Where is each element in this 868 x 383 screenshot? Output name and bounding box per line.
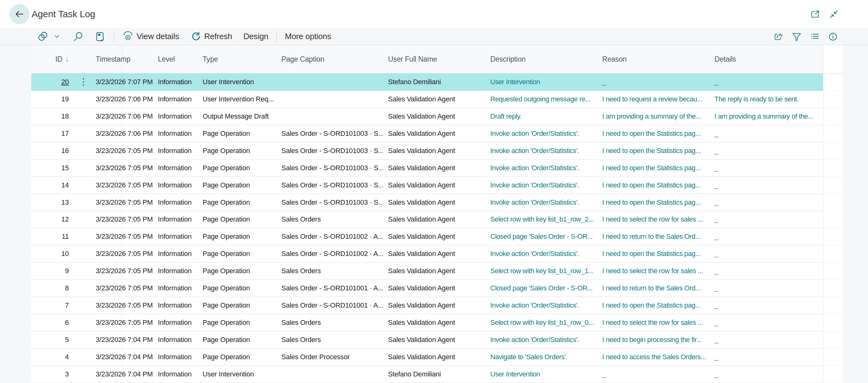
table-row[interactable]: 53/23/2026 7:04 PMInformationPage Operat… xyxy=(31,331,823,349)
open-in-new-window-icon[interactable] xyxy=(810,9,820,20)
cell-reason[interactable]: I need to open the Statistics pag... xyxy=(597,297,710,314)
cell-id[interactable]: 5 xyxy=(31,331,76,348)
cell-id[interactable]: 13 xyxy=(31,194,76,211)
cell-id[interactable]: 16 xyxy=(31,142,76,159)
record-id-link[interactable]: 8 xyxy=(65,284,69,292)
table-row[interactable]: 83/23/2026 7:05 PMInformationPage Operat… xyxy=(31,280,823,297)
table-row[interactable]: 123/23/2026 7:05 PMInformationPage Opera… xyxy=(31,211,823,229)
cell-description[interactable]: Invoke action 'Order/Statistics'. xyxy=(485,331,597,348)
cell-description[interactable]: Navigate to 'Sales Orders'. xyxy=(485,349,597,365)
cell-id[interactable]: 8 xyxy=(31,280,76,297)
cell-details[interactable]: _ xyxy=(710,331,823,348)
cell-reason[interactable]: I need to request a review becau... xyxy=(597,91,710,108)
cell-reason[interactable]: I need to open the Statistics pag... xyxy=(597,159,710,176)
view-details-button[interactable]: View details xyxy=(122,31,179,42)
refresh-button[interactable]: Refresh xyxy=(190,31,232,42)
cell-details[interactable]: _ xyxy=(710,366,823,383)
cell-reason[interactable]: I am providing a summary of the... xyxy=(597,108,710,125)
column-header-timestamp[interactable]: Timestamp xyxy=(91,45,153,73)
cell-reason[interactable]: I need to open the Statistics pag... xyxy=(597,245,710,262)
more-options-button[interactable]: More options xyxy=(285,32,331,41)
cell-reason[interactable]: I need to access the Sales Orders... xyxy=(597,349,710,365)
cell-id[interactable]: 11 xyxy=(31,228,76,245)
cell-reason[interactable]: I need to return to the Sales Ord... xyxy=(597,280,710,297)
filter-icon[interactable] xyxy=(792,31,802,42)
record-id-link[interactable]: 4 xyxy=(65,353,69,361)
record-id-link[interactable]: 12 xyxy=(61,215,69,224)
cell-description[interactable]: Select row with key list_b1_row_2... xyxy=(485,211,597,228)
table-row[interactable]: 43/23/2026 7:04 PMInformationPage Operat… xyxy=(31,349,823,366)
cell-details[interactable]: _ xyxy=(710,349,823,365)
cell-description[interactable]: Draft reply. xyxy=(485,108,597,125)
back-button[interactable] xyxy=(9,4,29,24)
column-header-page-caption[interactable]: Page Caption xyxy=(276,45,383,73)
table-row[interactable]: 63/23/2026 7:05 PMInformationPage Operat… xyxy=(31,314,823,331)
table-row[interactable]: 133/23/2026 7:05 PMInformationPage Opera… xyxy=(31,194,823,211)
table-row[interactable]: 163/23/2026 7:05 PMInformationPage Opera… xyxy=(31,142,823,159)
cell-details[interactable]: _ xyxy=(710,228,823,245)
cell-details[interactable]: _ xyxy=(710,211,823,228)
cell-description[interactable]: Invoke action 'Order/Statistics'. xyxy=(485,142,597,159)
cell-reason[interactable]: I need to return to the Sales Ord... xyxy=(597,228,710,245)
column-header-id[interactable]: ID↓ xyxy=(31,45,76,73)
column-header-reason[interactable]: Reason xyxy=(597,45,710,73)
cell-id[interactable]: 19 xyxy=(31,91,76,108)
views-switcher-button[interactable] xyxy=(37,31,60,42)
cell-description[interactable]: Closed page 'Sales Order - S-OR... xyxy=(485,228,597,245)
table-row[interactable]: 113/23/2026 7:05 PMInformationPage Opera… xyxy=(31,228,823,245)
cell-id[interactable]: 6 xyxy=(31,314,76,331)
cell-details[interactable]: _ xyxy=(710,159,823,176)
cell-reason[interactable]: _ xyxy=(597,366,710,383)
cell-reason[interactable]: I need to open the Statistics pag... xyxy=(597,194,710,211)
record-id-link[interactable]: 3 xyxy=(65,370,69,378)
cell-details[interactable]: _ xyxy=(710,73,823,90)
record-id-link[interactable]: 11 xyxy=(62,233,69,241)
cell-details[interactable]: _ xyxy=(710,194,823,211)
choose-columns-icon[interactable] xyxy=(809,31,820,42)
record-id-link[interactable]: 20 xyxy=(61,78,69,86)
cell-id[interactable]: 20 xyxy=(31,73,76,90)
collapse-window-icon[interactable] xyxy=(829,9,839,20)
table-row[interactable]: 173/23/2026 7:06 PMInformationPage Opera… xyxy=(31,125,823,142)
cell-description[interactable]: User Intervention xyxy=(485,366,597,383)
cell-reason[interactable]: _ xyxy=(597,73,710,90)
cell-id[interactable]: 7 xyxy=(31,297,76,314)
cell-description[interactable]: User Intervention xyxy=(485,73,597,90)
cell-description[interactable]: Invoke action 'Order/Statistics'. xyxy=(485,245,597,262)
cell-id[interactable]: 14 xyxy=(31,177,76,194)
table-row[interactable]: 33/23/2026 7:04 PMInformationUser Interv… xyxy=(31,366,823,383)
cell-details[interactable]: _ xyxy=(710,263,823,279)
cell-details[interactable]: _ xyxy=(710,245,823,262)
table-row[interactable]: 193/23/2026 7:06 PMInformationUser Inter… xyxy=(31,91,823,108)
record-id-link[interactable]: 19 xyxy=(61,95,69,103)
cell-description[interactable]: Invoke action 'Order/Statistics'. xyxy=(485,159,597,176)
cell-details[interactable]: The reply is ready to be sent. xyxy=(710,91,823,108)
cell-reason[interactable]: I need to open the Statistics pag... xyxy=(597,125,710,142)
column-header-description[interactable]: Description xyxy=(485,45,597,73)
cell-description[interactable]: Select row with key list_b1_row_1... xyxy=(485,263,597,279)
cell-description[interactable]: Invoke action 'Order/Statistics'. xyxy=(485,177,597,194)
record-id-link[interactable]: 6 xyxy=(65,319,69,327)
column-header-user-full-name[interactable]: User Full Name xyxy=(383,45,485,73)
cell-details[interactable]: I am providing a summary of the... xyxy=(710,108,823,125)
cell-description[interactable]: Invoke action 'Order/Statistics'. xyxy=(485,125,597,142)
table-row[interactable]: 93/23/2026 7:05 PMInformationPage Operat… xyxy=(31,263,823,280)
cell-description[interactable]: Select row with key list_b1_row_0... xyxy=(485,314,597,331)
cell-id[interactable]: 10 xyxy=(31,245,76,262)
cell-id[interactable]: 18 xyxy=(31,108,76,125)
page-information-icon[interactable] xyxy=(828,31,838,42)
table-row[interactable]: 73/23/2026 7:05 PMInformationPage Operat… xyxy=(31,297,823,314)
design-button[interactable]: Design xyxy=(244,32,269,41)
column-header-details[interactable]: Details xyxy=(710,45,823,73)
cell-reason[interactable]: I need to select the row for sales ... xyxy=(597,211,710,228)
record-id-link[interactable]: 17 xyxy=(61,129,69,138)
cell-id[interactable]: 3 xyxy=(31,366,76,383)
cell-id[interactable]: 4 xyxy=(31,349,76,365)
cell-description[interactable]: Invoke action 'Order/Statistics'. xyxy=(485,194,597,211)
cell-description[interactable]: Closed page 'Sales Order - S-OR... xyxy=(485,280,597,297)
cell-details[interactable]: _ xyxy=(710,142,823,159)
share-icon[interactable] xyxy=(773,31,784,42)
cell-details[interactable]: _ xyxy=(710,280,823,297)
record-id-link[interactable]: 14 xyxy=(61,181,69,189)
cell-details[interactable]: _ xyxy=(710,177,823,194)
